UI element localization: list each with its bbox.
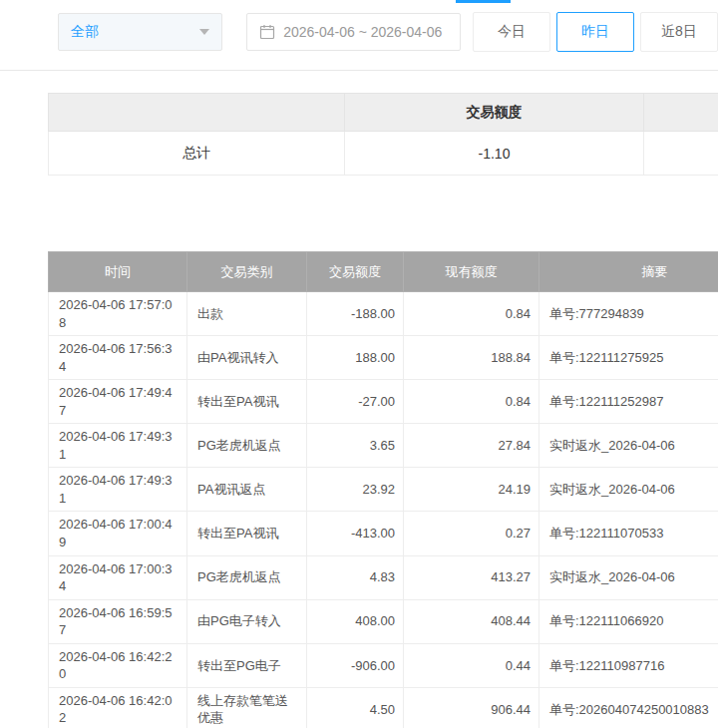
summary-header-cut [644,94,718,132]
summary-header-empty [49,94,345,132]
cell-amount: 4.50 [307,687,404,728]
cell-balance: 413.27 [404,555,539,599]
calendar-icon [259,24,275,40]
cell-time: 2026-04-06 17:49:31 [49,468,187,512]
cell-type: PG老虎机返点 [187,555,307,599]
transaction-row: 2026-04-06 17:00:49转出至PA视讯-413.000.27单号:… [49,512,718,555]
column-header-type: 交易类别 [187,252,307,292]
cell-amount: -413.00 [307,512,404,555]
active-tab-indicator [456,0,511,3]
cell-summary: 单号:777294839 [539,292,718,336]
transaction-row: 2026-04-06 17:56:34由PA视讯转入188.00188.84单号… [49,336,718,380]
cell-balance: 0.44 [404,643,539,687]
summary-header-amount: 交易额度 [345,94,644,132]
filter-bar: 全部 2026-04-06 ~ 2026-04-06 今日昨日近8日 [58,12,718,52]
transaction-row: 2026-04-06 17:49:31PG老虎机返点3.6527.84实时返水_… [49,424,718,468]
transactions-header-row: 时间交易类别交易额度现有额度摘要 [49,252,718,292]
cell-summary: 实时返水_2026-04-06 [539,424,718,468]
summary-table: 交易额度 总计 -1.10 [48,93,718,176]
cell-summary: 单号:122111066920 [539,599,718,643]
chevron-down-icon [199,29,209,35]
cell-time: 2026-04-06 17:56:34 [49,336,187,380]
cell-balance: 0.27 [404,512,539,555]
cell-amount: -27.00 [307,380,404,424]
cell-summary: 单号:202604074250010883 [539,687,718,728]
quick-filter-today[interactable]: 今日 [473,12,550,52]
cell-amount: -906.00 [307,643,404,687]
cell-type: 转出至PA视讯 [187,512,307,555]
cell-amount: 4.83 [307,555,404,599]
summary-total-value: -1.10 [345,132,644,176]
cell-balance: 188.84 [404,336,539,380]
cell-amount: 408.00 [307,599,404,643]
cell-type: 出款 [187,292,307,336]
cell-time: 2026-04-06 17:49:47 [49,380,187,424]
column-header-time: 时间 [49,252,187,292]
transaction-row: 2026-04-06 17:00:34PG老虎机返点4.83413.27实时返水… [49,555,718,599]
cell-summary: 单号:122110987716 [539,643,718,687]
cell-type: 转出至PG电子 [187,643,307,687]
cell-time: 2026-04-06 16:42:20 [49,643,187,687]
category-select[interactable]: 全部 [58,13,222,51]
summary-total-row: 总计 -1.10 [49,132,718,176]
column-header-amount: 交易额度 [307,252,404,292]
transactions-section: 时间交易类别交易额度现有额度摘要 2026-04-06 17:57:08出款-1… [48,251,718,728]
cell-balance: 0.84 [404,292,539,336]
transaction-row: 2026-04-06 17:57:08出款-188.000.84单号:77729… [49,292,718,336]
transaction-row: 2026-04-06 16:42:02线上存款笔笔送优惠4.50906.44单号… [49,687,718,728]
cell-type: PG老虎机返点 [187,424,307,468]
cell-summary: 单号:122111070533 [539,512,718,555]
summary-total-label: 总计 [49,132,345,176]
cell-time: 2026-04-06 17:00:49 [49,512,187,555]
transaction-row: 2026-04-06 17:49:31PA视讯返点23.9224.19实时返水_… [49,468,718,512]
quick-filter-yesterday[interactable]: 昨日 [556,12,634,52]
cell-balance: 27.84 [404,424,539,468]
cell-time: 2026-04-06 16:59:57 [49,599,187,643]
transaction-row: 2026-04-06 17:49:47转出至PA视讯-27.000.84单号:1… [49,380,718,424]
cell-amount: 188.00 [307,336,404,380]
cell-time: 2026-04-06 17:57:08 [49,292,187,336]
cell-balance: 0.84 [404,380,539,424]
cell-balance: 408.44 [404,599,539,643]
cell-summary: 实时返水_2026-04-06 [539,468,718,512]
summary-header-row: 交易额度 [49,94,718,132]
cell-amount: 23.92 [307,468,404,512]
cell-time: 2026-04-06 16:42:02 [49,687,187,728]
cell-type: 由PA视讯转入 [187,336,307,380]
column-header-balance: 现有额度 [404,252,539,292]
cell-summary: 单号:122111275925 [539,336,718,380]
cell-type: 由PG电子转入 [187,599,307,643]
cell-amount: 3.65 [307,424,404,468]
transaction-row: 2026-04-06 16:42:20转出至PG电子-906.000.44单号:… [49,643,718,687]
column-header-summary: 摘要 [539,252,718,292]
cell-time: 2026-04-06 17:49:31 [49,424,187,468]
cell-type: PA视讯返点 [187,468,307,512]
cell-summary: 单号:122111252987 [539,380,718,424]
transactions-table: 时间交易类别交易额度现有额度摘要 2026-04-06 17:57:08出款-1… [48,251,718,728]
cell-type: 线上存款笔笔送优惠 [187,687,307,728]
section-divider [0,70,718,71]
cell-balance: 906.44 [404,687,539,728]
cell-time: 2026-04-06 17:00:34 [49,555,187,599]
transaction-row: 2026-04-06 16:59:57由PG电子转入408.00408.44单号… [49,599,718,643]
quick-filter-buttons: 今日昨日近8日 [473,12,718,52]
date-range-input[interactable]: 2026-04-06 ~ 2026-04-06 [246,13,461,51]
cell-balance: 24.19 [404,468,539,512]
transaction-records-page: 全部 2026-04-06 ~ 2026-04-06 今日昨日近8日 交易额度 [0,0,718,728]
date-range-value: 2026-04-06 ~ 2026-04-06 [283,24,442,40]
summary-total-cut [644,132,718,176]
cell-amount: -188.00 [307,292,404,336]
cell-type: 转出至PA视讯 [187,380,307,424]
summary-section: 交易额度 总计 -1.10 [48,93,718,176]
category-select-value: 全部 [71,23,99,41]
quick-filter-last-8-days[interactable]: 近8日 [640,12,718,52]
cell-summary: 实时返水_2026-04-06 [539,555,718,599]
